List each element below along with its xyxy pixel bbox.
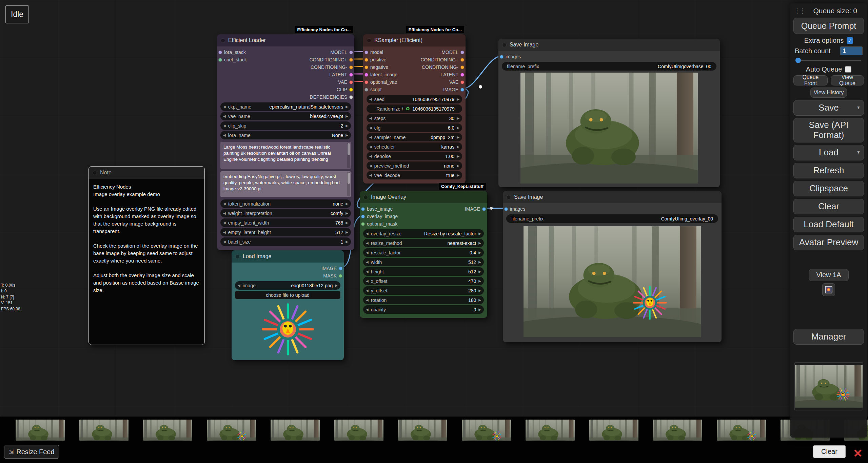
output-slot-dependencies[interactable]: DEPENDENCIES xyxy=(309,93,353,101)
decrement-arrow-icon[interactable]: ◀ xyxy=(366,270,369,273)
node-image-overlay[interactable]: Comfy_KepListStuff Image Overlay base_im… xyxy=(360,191,487,318)
close-feed-icon[interactable]: ✕ xyxy=(853,448,863,459)
decrement-arrow-icon[interactable]: ◀ xyxy=(369,126,372,130)
widget-y-offset[interactable]: ◀y_offset280▶ xyxy=(363,286,484,295)
feed-thumbnail[interactable] xyxy=(589,420,648,444)
collapse-dot[interactable] xyxy=(235,254,240,259)
input-slot-optional-vae[interactable]: optional_vae xyxy=(364,78,397,86)
manager-button[interactable]: Manager xyxy=(793,329,864,345)
widget-width[interactable]: ◀width512▶ xyxy=(363,258,484,266)
widget-scheduler[interactable]: ◀schedulerkarras▶ xyxy=(367,142,462,151)
feed-thumbnail[interactable] xyxy=(334,420,393,444)
increment-arrow-icon[interactable]: ▶ xyxy=(457,164,459,168)
widget-filename-prefix[interactable]: filename_prefixComfyUIimg_overlay_00 xyxy=(506,214,718,223)
extra-options-checkbox[interactable]: ✓ xyxy=(847,37,853,44)
increment-arrow-icon[interactable]: ▶ xyxy=(478,298,481,302)
slot-dot[interactable] xyxy=(364,73,368,77)
feed-thumbnail-sliver[interactable] xyxy=(258,420,265,441)
widget-randomize-seed[interactable]: Randomize /♻1046036195170979 xyxy=(367,104,462,113)
decrement-arrow-icon[interactable]: ◀ xyxy=(369,136,372,139)
output-slot-clip[interactable]: CLIP xyxy=(309,86,353,93)
decrement-arrow-icon[interactable]: ◀ xyxy=(223,212,226,215)
decrement-arrow-icon[interactable]: ◀ xyxy=(223,115,226,118)
node-header[interactable]: Save Image xyxy=(498,39,720,51)
slot-dot[interactable] xyxy=(349,65,353,69)
feed-thumbnail[interactable] xyxy=(653,420,712,444)
increment-arrow-icon[interactable]: ▶ xyxy=(346,231,348,234)
output-slot-model[interactable]: MODEL xyxy=(309,49,353,56)
slot-dot[interactable] xyxy=(364,51,368,54)
collapse-dot[interactable] xyxy=(221,38,225,43)
decrement-arrow-icon[interactable]: ◀ xyxy=(223,221,226,225)
increment-arrow-icon[interactable]: ▶ xyxy=(346,105,348,109)
node-header[interactable]: Note xyxy=(89,167,204,179)
output-slot-image[interactable]: IMAGE xyxy=(465,205,486,213)
decrement-arrow-icon[interactable]: ◀ xyxy=(366,308,369,311)
input-slot-lora-stack[interactable]: lora_stack xyxy=(218,49,247,56)
output-slot-image[interactable]: IMAGE xyxy=(420,86,464,93)
upload-file-button[interactable]: choose file to upload xyxy=(235,291,340,299)
output-slot-conditioning-plus[interactable]: CONDITIONING+ xyxy=(309,56,353,63)
slot-dot[interactable] xyxy=(339,274,342,278)
slot-dot[interactable] xyxy=(349,80,353,84)
node-save-image-overlay[interactable]: Save Image images filename_prefixComfyUI… xyxy=(503,191,722,342)
node-header[interactable]: Image Overlay xyxy=(360,191,487,203)
slot-dot[interactable] xyxy=(361,207,365,211)
widget-resize-method[interactable]: ◀resize_methodnearest-exact▶ xyxy=(363,239,484,247)
input-slot-negative[interactable]: negative xyxy=(364,63,397,71)
widget-rotation[interactable]: ◀rotation180▶ xyxy=(363,296,484,304)
feed-thumbnail-sliver[interactable] xyxy=(322,420,329,441)
input-slot-overlay-image[interactable]: overlay_image xyxy=(361,213,398,220)
save-api-format-button[interactable]: Save (API Format) xyxy=(793,118,864,142)
feed-thumbnail-sliver[interactable] xyxy=(704,420,712,441)
input-slot-base-image[interactable]: base_image xyxy=(361,205,398,213)
decrement-arrow-icon[interactable]: ◀ xyxy=(369,145,372,149)
decrement-arrow-icon[interactable]: ◀ xyxy=(366,298,369,302)
collapse-dot[interactable] xyxy=(93,171,97,175)
collapse-dot[interactable] xyxy=(363,195,368,199)
slot-dot[interactable] xyxy=(218,51,222,54)
increment-arrow-icon[interactable]: ▶ xyxy=(478,232,481,235)
widget-overlay-resize[interactable]: ◀overlay_resizeResize by rescale_factor▶ xyxy=(363,229,484,238)
output-slot-mask[interactable]: MASK xyxy=(321,272,342,279)
feed-thumbnail[interactable] xyxy=(526,420,584,444)
comfy-menu-panel[interactable]: ⋮⋮ Queue size: 0 Queue Prompt Extra opti… xyxy=(790,3,867,438)
input-slot-latent-image[interactable]: latent_image xyxy=(364,71,397,78)
output-slot-vae[interactable]: VAE xyxy=(420,78,464,86)
view-history-button[interactable]: View History xyxy=(810,88,847,98)
node-ksampler-efficient[interactable]: Efficiency Nodes for Co... KSampler (Eff… xyxy=(363,34,466,184)
increment-arrow-icon[interactable]: ▶ xyxy=(478,251,481,254)
output-slot-model[interactable]: MODEL xyxy=(420,49,464,56)
feed-thumbnail-sliver[interactable] xyxy=(768,420,775,441)
decrement-arrow-icon[interactable]: ◀ xyxy=(223,124,226,128)
note-text[interactable]: Efficiency Nodes Image overlay example d… xyxy=(89,179,204,345)
increment-arrow-icon[interactable]: ▶ xyxy=(346,134,348,137)
dropdown-arrow-icon[interactable]: ▼ xyxy=(856,150,861,155)
latest-result-thumbnail[interactable] xyxy=(794,362,863,410)
increment-arrow-icon[interactable]: ▶ xyxy=(335,284,338,287)
input-slot-optional-mask[interactable]: optional_mask xyxy=(361,220,398,228)
widget-ckpt-name[interactable]: ◀ckpt_nameepicrealism_naturalSin.safeten… xyxy=(220,102,351,111)
widget-x-offset[interactable]: ◀x_offset470▶ xyxy=(363,277,484,285)
increment-arrow-icon[interactable]: ▶ xyxy=(457,136,459,139)
slot-dot[interactable] xyxy=(349,95,353,99)
slot-dot[interactable] xyxy=(460,73,464,77)
output-slot-conditioning-plus[interactable]: CONDITIONING+ xyxy=(420,56,464,63)
node-header[interactable]: Load Image xyxy=(232,250,344,263)
widget-token-normalization[interactable]: ◀token_normalizationnone▶ xyxy=(220,199,351,208)
scrollbar[interactable] xyxy=(347,172,350,196)
output-slot-conditioning-minus[interactable]: CONDITIONING- xyxy=(309,63,353,71)
input-slot-script[interactable]: script xyxy=(364,86,397,93)
decrement-arrow-icon[interactable]: ◀ xyxy=(366,251,369,254)
slot-dot[interactable] xyxy=(460,65,464,69)
increment-arrow-icon[interactable]: ▶ xyxy=(457,126,459,130)
queue-prompt-button[interactable]: Queue Prompt xyxy=(793,18,864,34)
node-save-image-base[interactable]: Save Image images filename_prefixComfyUI… xyxy=(498,39,720,187)
load-button[interactable]: Load▼ xyxy=(793,145,864,160)
batch-count-slider[interactable] xyxy=(795,57,863,63)
feed-thumbnail[interactable] xyxy=(398,420,457,444)
widget-empty-latent-width[interactable]: ◀empty_latent_width768▶ xyxy=(220,218,351,227)
increment-arrow-icon[interactable]: ▶ xyxy=(478,308,481,311)
decrement-arrow-icon[interactable]: ◀ xyxy=(223,240,226,244)
node-load-image[interactable]: Load Image IMAGE MASK ◀imageeag00118bl51… xyxy=(232,250,344,360)
